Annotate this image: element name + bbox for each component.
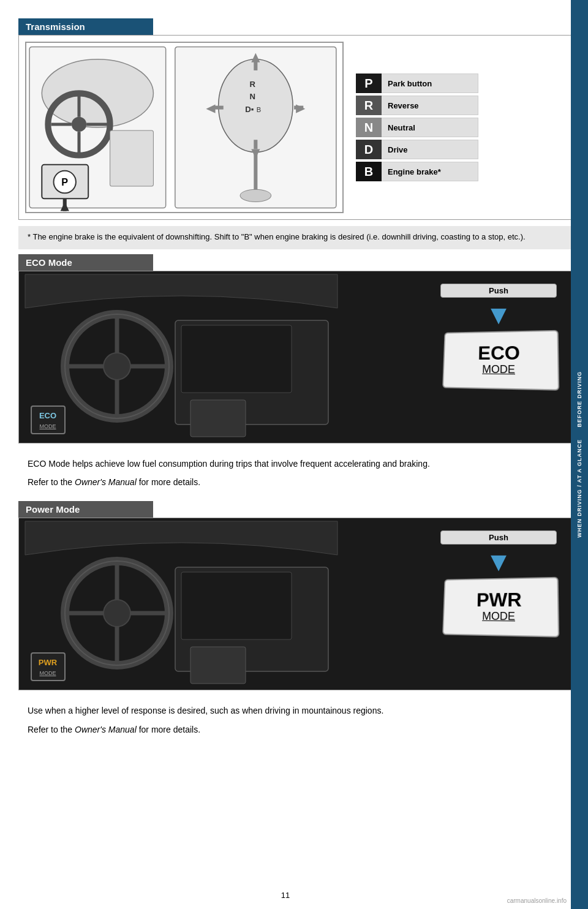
eco-desc-p1: ECO Mode helps achieve low fuel consumpt…: [28, 457, 567, 470]
power-button-text1: PWR: [456, 590, 545, 610]
eco-owners-manual-link: Owner's Manual: [75, 477, 137, 487]
svg-text:P: P: [61, 176, 68, 187]
svg-text:MODE: MODE: [40, 423, 56, 429]
svg-text:B: B: [257, 106, 261, 113]
svg-rect-53: [181, 572, 292, 639]
power-desc-p2: Refer to the Owner's Manual for more det…: [28, 723, 567, 736]
svg-rect-54: [190, 647, 246, 684]
power-push-arrow-icon: ▼: [440, 548, 557, 575]
gear-letter-n: N: [356, 118, 382, 137]
svg-text:MODE: MODE: [40, 670, 56, 676]
power-owners-manual-link: Owner's Manual: [75, 725, 137, 734]
svg-point-15: [219, 59, 293, 153]
power-push-button-area: Push ▼ PWR MODE: [440, 530, 557, 636]
gear-letter-p: P: [356, 74, 382, 93]
svg-rect-21: [254, 61, 257, 70]
svg-text:PWR: PWR: [39, 658, 58, 667]
engine-brake-note-text: * The engine brake is the equivalent of …: [28, 232, 526, 241]
eco-mode-content-box: ECO MODE Push ▼ ECO MODE: [18, 271, 576, 443]
power-button-text2: MODE: [455, 609, 545, 625]
gear-row-n: N Neutral: [356, 118, 478, 137]
eco-push-button-area: Push ▼ ECO MODE: [440, 284, 557, 389]
eco-mode-image-box: ECO MODE Push ▼ ECO MODE: [19, 271, 575, 443]
eco-mode-description: ECO Mode helps achieve low fuel consumpt…: [18, 450, 576, 497]
eco-button-text2: MODE: [455, 362, 545, 377]
page-wrapper: Transmission: [0, 0, 588, 909]
svg-rect-23: [254, 140, 257, 149]
transmission-image-row: P R N D▪ B: [19, 36, 575, 219]
svg-text:R: R: [250, 80, 256, 89]
svg-text:D▪: D▪: [245, 105, 254, 114]
svg-point-32: [104, 353, 130, 380]
power-desc-p1: Use when a higher level of response is d…: [28, 704, 567, 717]
svg-rect-8: [110, 130, 154, 186]
gear-desc-n: Neutral: [382, 118, 478, 137]
svg-text:ECO: ECO: [39, 411, 56, 420]
svg-rect-27: [294, 106, 303, 110]
transmission-header: Transmission: [18, 18, 153, 35]
eco-desc-p2: Refer to the Owner's Manual for more det…: [28, 475, 567, 489]
power-push-label: Push: [440, 530, 557, 545]
svg-point-1: [42, 59, 153, 127]
gear-labels: P Park button R Reverse N Neutral D Driv…: [356, 74, 478, 181]
eco-push-arrow-icon: ▼: [440, 301, 557, 328]
power-dashboard-svg: PWR MODE: [19, 518, 344, 690]
eco-mode-title: ECO Mode: [26, 257, 72, 268]
gear-letter-d: D: [356, 140, 382, 159]
sidebar-top-text: BEFORE DRIVING: [576, 371, 582, 428]
gear-desc-b: Engine brake*: [382, 162, 478, 181]
gear-row-p: P Park button: [356, 74, 478, 93]
gear-row-r: R Reverse: [356, 96, 478, 115]
power-mode-title: Power Mode: [26, 504, 80, 515]
svg-rect-39: [181, 325, 292, 393]
gear-letter-r: R: [356, 96, 382, 115]
power-mode-section: Power Mode: [18, 501, 576, 744]
page-number: 11: [0, 891, 571, 900]
svg-point-3: [72, 117, 86, 132]
eco-button-text1: ECO: [456, 342, 545, 363]
svg-rect-40: [190, 400, 246, 437]
svg-rect-13: [63, 198, 67, 211]
gear-desc-r: Reverse: [382, 96, 478, 115]
eco-button-display: ECO MODE: [442, 330, 559, 390]
gear-desc-d: Drive: [382, 140, 478, 159]
gear-desc-p: Park button: [382, 74, 478, 93]
power-mode-description: Use when a higher level of response is d…: [18, 696, 576, 744]
eco-mode-header: ECO Mode: [18, 254, 153, 271]
power-mode-image-box: PWR MODE Push ▼ PWR MODE: [19, 518, 575, 690]
eco-dashboard-svg: ECO MODE: [19, 271, 344, 443]
right-sidebar: BEFORE DRIVING WHEN DRIVING / AT A GLANC…: [571, 0, 588, 909]
power-mode-content-box: PWR MODE Push ▼ PWR MODE: [18, 518, 576, 690]
gear-row-d: D Drive: [356, 140, 478, 159]
svg-text:N: N: [250, 92, 255, 101]
engine-brake-note: * The engine brake is the equivalent of …: [18, 226, 576, 249]
power-button-display: PWR MODE: [442, 577, 559, 638]
power-mode-header: Power Mode: [18, 501, 153, 518]
svg-rect-28: [254, 152, 257, 195]
watermark: carmanualsonline.info: [507, 897, 567, 904]
gear-row-b: B Engine brake*: [356, 162, 478, 181]
sidebar-bottom-text: WHEN DRIVING / AT A GLANCE: [576, 439, 582, 538]
svg-rect-25: [214, 106, 224, 110]
transmission-title: Transmission: [26, 21, 85, 32]
transmission-diagram: P R N D▪ B: [25, 42, 344, 213]
eco-mode-section: ECO Mode: [18, 254, 576, 497]
transmission-content-box: P R N D▪ B: [18, 35, 576, 220]
svg-point-29: [240, 189, 271, 202]
eco-push-label: Push: [440, 284, 557, 298]
svg-point-46: [104, 600, 130, 627]
gear-letter-b: B: [356, 162, 382, 181]
transmission-section: Transmission: [18, 18, 576, 249]
